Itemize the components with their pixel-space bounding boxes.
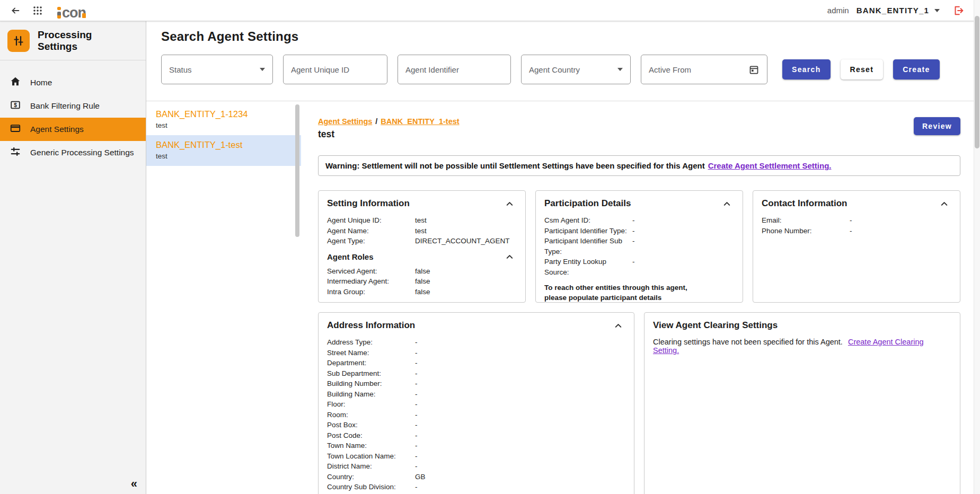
- field-value: -: [632, 257, 732, 277]
- active-from-date-field[interactable]: Active From: [641, 55, 767, 84]
- collapse-chevron-icon[interactable]: [505, 199, 515, 209]
- field-label: Party Entity Lookup Source:: [544, 257, 632, 277]
- placeholder-label: Agent Country: [529, 65, 580, 74]
- reset-button[interactable]: Reset: [841, 59, 884, 80]
- field-label: Post Box:: [327, 420, 415, 430]
- field-value: -: [415, 378, 623, 389]
- sidebar-title: Processing Settings: [38, 29, 107, 52]
- agent-unique-id-input[interactable]: [283, 55, 387, 84]
- settlement-warning-banner: Warning: Settlement will not be possible…: [318, 155, 960, 176]
- breadcrumb-link[interactable]: BANK_ENTITY_1-test: [381, 117, 459, 126]
- svg-text:$: $: [14, 102, 17, 108]
- create-button[interactable]: Create: [893, 59, 939, 80]
- card-view-agent-clearing-settings: View Agent Clearing Settings Clearing se…: [644, 312, 960, 494]
- result-item[interactable]: BANK_ENTITY_1-testtest: [146, 135, 301, 166]
- collapse-chevron-icon[interactable]: [939, 199, 949, 209]
- field-value: test: [415, 226, 515, 236]
- field-row: Csm Agent ID:-: [544, 215, 732, 226]
- collapse-chevron-icon[interactable]: [505, 252, 515, 262]
- warning-text: Warning: Settlement will not be possible…: [325, 161, 705, 170]
- sidebar-item-bank-filtering-rule[interactable]: $Bank Filtering Rule: [0, 94, 146, 118]
- field-row: Sub Department:-: [327, 368, 623, 379]
- field-label: Intermediary Agent:: [327, 276, 415, 287]
- field-row: Participant Identifier Type:-: [544, 226, 732, 236]
- logout-icon[interactable]: [952, 5, 964, 16]
- placeholder-label: Active From: [649, 65, 691, 74]
- back-icon[interactable]: [8, 4, 22, 17]
- sidebar-item-agent-settings[interactable]: Agent Settings: [0, 118, 146, 141]
- entity-selector[interactable]: BANK_ENTITY_1: [857, 6, 940, 15]
- entity-name: BANK_ENTITY_1: [857, 6, 929, 15]
- field-label: Room:: [327, 410, 415, 420]
- field-row: Building Name:-: [327, 389, 623, 400]
- field-value: -: [415, 348, 623, 358]
- field-value: -: [415, 410, 623, 420]
- field-label: Sub Department:: [327, 368, 415, 379]
- placeholder-label: Status: [169, 65, 192, 74]
- field-row: Serviced Agent:false: [327, 266, 515, 277]
- agent-identifier-input[interactable]: [398, 55, 511, 84]
- search-button[interactable]: Search: [782, 59, 831, 80]
- field-label: Address Type:: [327, 337, 415, 348]
- logo-letter-i: [57, 7, 61, 19]
- field-value: -: [632, 236, 732, 257]
- main-content: Search Agent Settings StatusAgent Countr…: [146, 21, 980, 494]
- field-value: false: [415, 276, 515, 287]
- field-label: Country Sub Division:: [327, 482, 415, 492]
- field-label: Building Number:: [327, 378, 415, 389]
- field-value: -: [415, 389, 623, 400]
- search-filters: StatusAgent CountryActive FromSearch Res…: [161, 55, 965, 84]
- result-subtitle: test: [156, 121, 287, 129]
- window-scrollbar[interactable]: [974, 0, 980, 494]
- field-value: test: [415, 215, 515, 226]
- field-value: false: [415, 287, 515, 297]
- icon-logo: con: [57, 3, 86, 19]
- sidebar: Processing Settings Home$Bank Filtering …: [0, 21, 146, 494]
- field-row: Intermediary Agent:false: [327, 276, 515, 287]
- create-settlement-setting-link[interactable]: Create Agent Settlement Setting.: [708, 161, 832, 170]
- field-row: Town Name:-: [327, 440, 623, 451]
- agent-country-select[interactable]: Agent Country: [521, 55, 631, 84]
- sidebar-item-label: Agent Settings: [30, 125, 84, 134]
- breadcrumb-separator: /: [375, 117, 377, 126]
- field-value: GB: [415, 472, 623, 482]
- field-label: Agent Type:: [327, 236, 415, 246]
- field-label: Floor:: [327, 399, 415, 410]
- field-label: Post Code:: [327, 430, 415, 441]
- field-value: -: [415, 461, 623, 472]
- card-address-information: Address Information Address Type:-Street…: [318, 312, 634, 494]
- results-scrollbar[interactable]: [295, 104, 299, 237]
- card-participation-details: Participation Details Csm Agent ID:-Part…: [535, 190, 743, 303]
- field-row: Room:-: [327, 410, 623, 420]
- field-row: Agent Type:DIRECT_ACCOUNT_AGENT: [327, 236, 515, 246]
- field-row: Country Sub Division:-: [327, 482, 623, 492]
- sidebar-item-generic-processing-settings[interactable]: Generic Processing Settings: [0, 141, 146, 164]
- collapse-chevron-icon[interactable]: [613, 321, 623, 331]
- field-label: Email:: [762, 215, 850, 226]
- collapse-chevron-icon[interactable]: [722, 199, 732, 209]
- result-item[interactable]: BANK_ENTITY_1-1234test: [146, 104, 301, 135]
- review-button[interactable]: Review: [914, 117, 960, 135]
- scrollbar-thumb[interactable]: [975, 16, 979, 148]
- bank-icon: $: [10, 99, 21, 113]
- field-value: -: [415, 368, 623, 379]
- sidebar-header: Processing Settings: [0, 21, 146, 60]
- breadcrumb-link[interactable]: Agent Settings: [318, 117, 372, 126]
- field-label: Building Name:: [327, 389, 415, 400]
- field-value: -: [632, 226, 732, 236]
- page-title: Search Agent Settings: [161, 29, 980, 44]
- field-value: -: [415, 430, 623, 441]
- field-label: District Name:: [327, 461, 415, 472]
- status-select[interactable]: Status: [161, 55, 273, 84]
- admin-label: admin: [827, 6, 849, 15]
- field-value: -: [850, 226, 949, 236]
- apps-grid-icon[interactable]: [31, 4, 45, 17]
- card-title: Address Information: [327, 320, 415, 331]
- card-title: Participation Details: [544, 198, 631, 209]
- sidebar-collapse-button[interactable]: «: [131, 478, 137, 490]
- field-row: Post Box:-: [327, 420, 623, 430]
- card-icon: [10, 122, 21, 136]
- field-value: -: [415, 399, 623, 410]
- sidebar-item-label: Generic Processing Settings: [30, 148, 134, 157]
- sidebar-item-home[interactable]: Home: [0, 71, 146, 94]
